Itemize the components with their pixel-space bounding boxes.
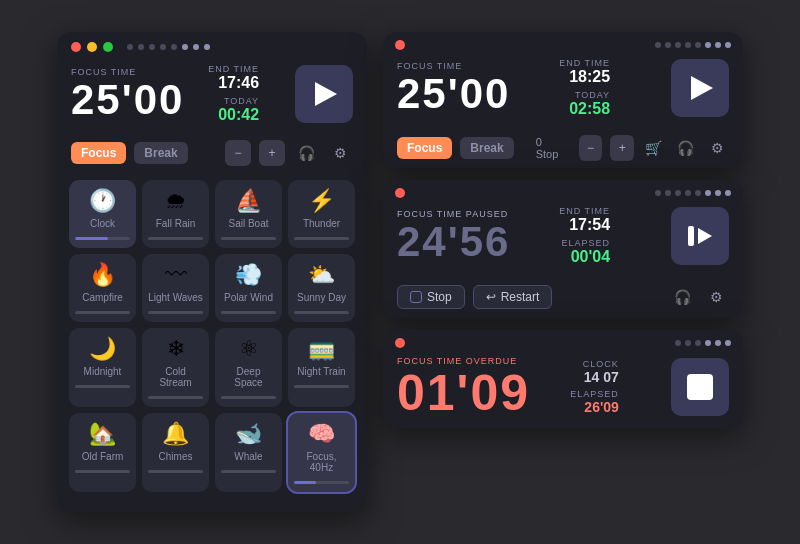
mid-settings-icon[interactable]: ⚙ bbox=[703, 284, 729, 310]
wind-volume bbox=[221, 311, 276, 314]
top-tab-focus[interactable]: Focus bbox=[397, 137, 452, 159]
sound-focus-40hz[interactable]: 🧠 Focus, 40Hz bbox=[288, 413, 355, 492]
chimes-label: Chimes bbox=[159, 451, 193, 462]
sound-clock[interactable]: 🕐 Clock bbox=[69, 180, 136, 248]
minus-btn[interactable]: − bbox=[225, 140, 251, 166]
headphone-icon[interactable]: 🎧 bbox=[293, 140, 319, 166]
tab-break-btn[interactable]: Break bbox=[134, 142, 187, 164]
card-top-red[interactable] bbox=[395, 40, 405, 50]
rain-label: Fall Rain bbox=[156, 218, 195, 229]
today-label: TODAY bbox=[218, 96, 259, 106]
train-label: Night Train bbox=[297, 366, 345, 377]
mid-headphone-icon[interactable]: 🎧 bbox=[669, 284, 695, 310]
top-headphone-icon[interactable]: 🎧 bbox=[674, 135, 698, 161]
bd-4 bbox=[705, 340, 711, 346]
top-plus-btn[interactable]: + bbox=[610, 135, 634, 161]
top-tab-break[interactable]: Break bbox=[460, 137, 513, 159]
sound-cold-stream[interactable]: ❄ Cold Stream bbox=[142, 328, 209, 407]
bot-elapsed-value: 26'09 bbox=[570, 399, 619, 415]
pause-bar-1 bbox=[688, 226, 694, 246]
stop-button[interactable]: Stop bbox=[397, 285, 465, 309]
stream-label: Cold Stream bbox=[148, 366, 203, 388]
stop-restart-bar: Stop ↩ Restart 🎧 ⚙ bbox=[383, 276, 743, 318]
bd-6 bbox=[725, 340, 731, 346]
chimes-icon: 🔔 bbox=[162, 423, 189, 445]
end-time-value: 17:46 bbox=[208, 74, 259, 92]
cart-icon[interactable]: 🛒 bbox=[642, 135, 666, 161]
wind-label: Polar Wind bbox=[224, 292, 273, 303]
stop-square-icon bbox=[687, 374, 713, 400]
card-mid-dots bbox=[655, 190, 731, 196]
sun-volume bbox=[294, 311, 349, 314]
traffic-yellow[interactable] bbox=[87, 42, 97, 52]
hd-2 bbox=[665, 42, 671, 48]
play-button[interactable] bbox=[295, 65, 353, 123]
hd-1 bbox=[655, 42, 661, 48]
bot-timer-right: CLOCK 14 07 ELAPSED 26'09 bbox=[570, 359, 619, 415]
top-settings-icon[interactable]: ⚙ bbox=[705, 135, 729, 161]
sound-polar-wind[interactable]: 💨 Polar Wind bbox=[215, 254, 282, 322]
sound-whale[interactable]: 🐋 Whale bbox=[215, 413, 282, 492]
top-minus-btn[interactable]: − bbox=[579, 135, 603, 161]
rain-volume bbox=[148, 237, 203, 240]
traffic-red[interactable] bbox=[71, 42, 81, 52]
waves-icon: 〰 bbox=[165, 264, 187, 286]
boat-icon: ⛵ bbox=[235, 190, 262, 212]
traffic-green[interactable] bbox=[103, 42, 113, 52]
sound-sail-boat[interactable]: ⛵ Sail Boat bbox=[215, 180, 282, 248]
sound-fall-rain[interactable]: 🌧 Fall Rain bbox=[142, 180, 209, 248]
settings-icon[interactable]: ⚙ bbox=[327, 140, 353, 166]
clock-icon: 🕐 bbox=[89, 190, 116, 212]
card-middle-right: FOCUS TIME PAUSED 24'56 END TIME 17:54 E… bbox=[383, 180, 743, 318]
end-time-label: END TIME bbox=[208, 64, 259, 74]
sound-midnight[interactable]: 🌙 Midnight bbox=[69, 328, 136, 407]
hd-4 bbox=[685, 42, 691, 48]
thunder-volume bbox=[294, 237, 349, 240]
top-timer-display: 25'00 bbox=[397, 73, 510, 115]
mid-end-block: END TIME 17:54 bbox=[559, 206, 610, 234]
dot-8 bbox=[204, 44, 210, 50]
hd-6 bbox=[705, 42, 711, 48]
timer-left: FOCUS TIME 25'00 bbox=[71, 67, 184, 121]
chimes-volume bbox=[148, 470, 203, 473]
tab-focus-btn[interactable]: Focus bbox=[71, 142, 126, 164]
md-8 bbox=[725, 190, 731, 196]
sound-light-waves[interactable]: 〰 Light Waves bbox=[142, 254, 209, 322]
sound-thunder[interactable]: ⚡ Thunder bbox=[288, 180, 355, 248]
play-icon bbox=[315, 82, 337, 106]
plus-btn[interactable]: + bbox=[259, 140, 285, 166]
timer-display: 25'00 bbox=[71, 79, 184, 121]
today-block: TODAY 00:42 bbox=[218, 96, 259, 124]
top-play-button[interactable] bbox=[671, 59, 729, 117]
wind-icon: 💨 bbox=[235, 264, 262, 286]
hd-7 bbox=[715, 42, 721, 48]
card-bot-header bbox=[383, 330, 743, 350]
card-bot-red[interactable] bbox=[395, 338, 405, 348]
top-controls-bar: Focus Break 0 Stop − + 🛒 🎧 ⚙ bbox=[383, 128, 743, 168]
card-mid-red[interactable] bbox=[395, 188, 405, 198]
sound-sunny-day[interactable]: ⛅ Sunny Day bbox=[288, 254, 355, 322]
top-play-icon bbox=[691, 76, 713, 100]
bot-stop-button[interactable] bbox=[671, 358, 729, 416]
focus40-volume bbox=[294, 481, 349, 484]
focus40-icon: 🧠 bbox=[308, 423, 335, 445]
card-top-dots bbox=[655, 42, 731, 48]
mid-timer-left: FOCUS TIME PAUSED 24'56 bbox=[397, 209, 510, 263]
sound-chimes[interactable]: 🔔 Chimes bbox=[142, 413, 209, 492]
top-end-value: 18:25 bbox=[559, 68, 610, 86]
stop-checkbox bbox=[410, 291, 422, 303]
top-timer-section: FOCUS TIME 25'00 END TIME 18:25 TODAY 02… bbox=[383, 52, 743, 128]
sound-night-train[interactable]: 🚃 Night Train bbox=[288, 328, 355, 407]
bd-5 bbox=[715, 340, 721, 346]
bd-3 bbox=[695, 340, 701, 346]
card-top-right: FOCUS TIME 25'00 END TIME 18:25 TODAY 02… bbox=[383, 32, 743, 168]
mid-pause-play-button[interactable] bbox=[671, 207, 729, 265]
mid-timer-section: FOCUS TIME PAUSED 24'56 END TIME 17:54 E… bbox=[383, 200, 743, 276]
bd-1 bbox=[675, 340, 681, 346]
restart-button[interactable]: ↩ Restart bbox=[473, 285, 553, 309]
whale-volume bbox=[221, 470, 276, 473]
sound-old-farm[interactable]: 🏡 Old Farm bbox=[69, 413, 136, 492]
sound-grid: 🕐 Clock 🌧 Fall Rain ⛵ Sail Boat ⚡ Thunde… bbox=[57, 172, 367, 500]
sound-deep-space[interactable]: ⚛ Deep Space bbox=[215, 328, 282, 407]
sound-campfire[interactable]: 🔥 Campfire bbox=[69, 254, 136, 322]
